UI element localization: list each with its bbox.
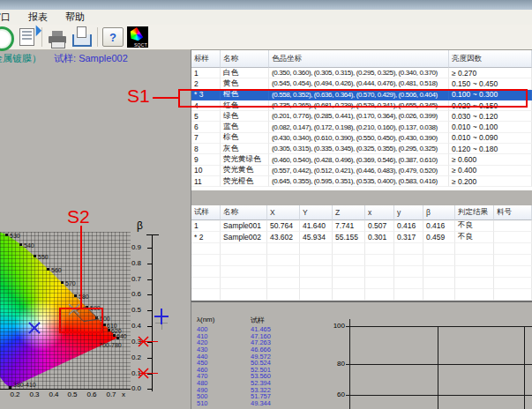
- print-preview-button[interactable]: [71, 26, 94, 48]
- spectral-row: 430 46.666: [197, 346, 311, 353]
- empty-row: [191, 243, 532, 255]
- standards-table-row[interactable]: 6 蓝色 (0.082, 0.147), (0.172, 0.198), (0.…: [191, 122, 532, 132]
- samples-table-header: 试样 名称 X Y Z x y β 判定结果 料号: [191, 205, 532, 220]
- x-tick: 0.5: [64, 390, 80, 398]
- column-header[interactable]: 判定结果: [455, 205, 494, 220]
- annotation-s1-label: S1: [127, 86, 150, 107]
- spectral-row: 490 53.322: [197, 386, 311, 393]
- column-header[interactable]: 试样: [191, 205, 221, 220]
- wavelength-column-header: λ(nm): [197, 316, 214, 323]
- title-bar[interactable]: [0, 0, 532, 10]
- x-tick: 0.2: [7, 390, 23, 398]
- menu-window[interactable]: 窗口: [0, 10, 13, 25]
- toolbar: ? SQCT: [0, 25, 532, 50]
- svg-text:570: 570: [65, 280, 76, 286]
- svg-text:540: 540: [24, 242, 34, 249]
- beta-tick: 0.6: [122, 290, 141, 298]
- svg-text:700-780: 700-780: [99, 342, 122, 348]
- empty-row: [191, 255, 532, 266]
- annotation-s2-label: S2: [67, 206, 90, 227]
- beta-axis-label: β: [137, 219, 143, 232]
- x-tick: 0.3: [26, 390, 42, 398]
- column-header[interactable]: β: [423, 205, 455, 220]
- empty-row: [191, 278, 532, 289]
- standards-table-row[interactable]: 11 荧光橙色 (0.645, 0.355), (0.595, 0.351), …: [191, 176, 532, 187]
- print-preview-icon: [72, 34, 92, 47]
- spectral-row: 400 41.465: [197, 326, 311, 333]
- svg-text:380-410: 380-410: [13, 382, 36, 388]
- beta-tick: 0.9: [122, 243, 141, 251]
- standards-table-row[interactable]: 2 黄色 (0.545, 0.454), (0.494, 0.426), (0.…: [191, 78, 532, 89]
- column-header[interactable]: X: [267, 205, 300, 220]
- sample-column-header: 试样: [251, 316, 265, 325]
- sample002-cross-mark: [29, 323, 40, 333]
- chart-gridline-80: [346, 364, 532, 365]
- column-header[interactable]: x: [365, 205, 394, 220]
- spectral-row: 460 52.501: [197, 367, 311, 374]
- help-button[interactable]: ?: [101, 26, 124, 48]
- annotation-s1-line: [153, 97, 178, 99]
- standards-table-row[interactable]: 10 荧光黄色 (0.557, 0.442), (0.512, 0.421), …: [191, 166, 532, 176]
- standards-table-row[interactable]: 1 白色 (0.350, 0.360), (0.305, 0.315), (0.…: [191, 68, 532, 78]
- sqct-logo-icon: SQCT: [127, 26, 148, 48]
- spectral-row: 510 49.344: [197, 400, 311, 407]
- spectral-row: 470 53.560: [197, 373, 311, 380]
- sqct-button[interactable]: SQCT: [126, 26, 149, 48]
- column-header[interactable]: 标样: [191, 50, 221, 68]
- document-export-icon: [19, 28, 34, 46]
- empty-row: [191, 289, 532, 301]
- column-header[interactable]: Y: [300, 205, 333, 220]
- spectral-row: 450 50.524: [197, 360, 311, 367]
- chart-gridline-100: [346, 326, 532, 327]
- column-header[interactable]: 名称: [221, 50, 269, 68]
- annotation-s2-rect: [59, 308, 103, 333]
- x-tick: 0.4: [46, 390, 62, 398]
- chart-y-tick: 60: [324, 390, 345, 398]
- report-export-button[interactable]: [15, 26, 38, 48]
- menu-help[interactable]: 帮助: [63, 10, 87, 25]
- beta-tick: 0.0: [122, 384, 141, 392]
- standards-table-header: 标样 名称 色品坐标 亮度因数: [191, 50, 532, 68]
- spectral-row: 500 51.757: [197, 393, 311, 400]
- standards-table-row[interactable]: 7 棕色 (0.430, 0.340), (0.610, 0.390), (0.…: [191, 133, 532, 144]
- samples-table-row[interactable]: * 2 Sample002 43.602 45.934 55.155 0.301…: [191, 232, 532, 243]
- standards-table-row[interactable]: 9 荧光黄绿色 (0.460, 0.540), (0.428, 0.496), …: [191, 154, 532, 165]
- samples-table-row[interactable]: 1 Sample001 50.764 41.640 7.741 0.507 0.…: [191, 220, 532, 232]
- samples-table: 试样 名称 X Y Z x y β 判定结果 料号 1 Sample001 50…: [191, 205, 532, 301]
- chart-gridline-vertical: [438, 326, 438, 409]
- chart-gridline-vertical: [524, 326, 525, 409]
- standards-table-row[interactable]: 8 灰色 (0.305, 0.315), (0.335, 0.345), (0.…: [191, 144, 532, 154]
- status-line: 金属镀膜） 试样: Sample002: [0, 52, 128, 64]
- svg-text:560: 560: [51, 267, 62, 273]
- annotation-s2-line: [80, 226, 82, 309]
- standards-table: 标样 名称 色品坐标 亮度因数 1 白色 (0.350, 0.360), (0.…: [191, 50, 532, 190]
- column-header[interactable]: 料号: [494, 205, 532, 220]
- chart-y-tick: 100: [324, 322, 345, 330]
- spectral-row: 410 47.160: [197, 333, 311, 340]
- standards-table-row[interactable]: 5 绿色 (0.201, 0.776), (0.285, 0.441), (0.…: [191, 111, 532, 122]
- column-header[interactable]: y: [394, 205, 423, 220]
- column-header[interactable]: Z: [333, 205, 365, 220]
- chart-gridline-60: [346, 395, 532, 396]
- spectral-row: 420 47.263: [197, 339, 311, 346]
- x-tick: 0.6: [84, 390, 100, 398]
- question-mark-icon: ?: [102, 27, 124, 47]
- current-sample-label: 试样: Sample002: [54, 52, 128, 64]
- column-header[interactable]: 色品坐标: [269, 50, 449, 68]
- column-header[interactable]: 亮度因数: [449, 50, 532, 68]
- beta-scale-top-bar: [146, 234, 159, 235]
- beta-tick: 0.7: [122, 275, 141, 283]
- menu-report[interactable]: 报表: [26, 10, 50, 25]
- coating-type-label: 金属镀膜）: [0, 52, 41, 64]
- beta-tick: 0.2: [122, 353, 141, 361]
- beta-tick: 0.4: [122, 322, 141, 330]
- toolbar-separator: [97, 27, 98, 47]
- spectral-row: 480 52.394: [197, 380, 311, 387]
- svg-text:550: 550: [38, 254, 49, 260]
- column-header[interactable]: 名称: [221, 205, 267, 220]
- print-button[interactable]: [46, 26, 69, 48]
- spectral-panel: λ(nm) 试样 400 41.465 410 47.160 420 47.26…: [191, 301, 532, 409]
- annotation-s1-rect: [178, 89, 528, 108]
- spectral-row: 440 49.572: [197, 353, 311, 360]
- svg-text:530: 530: [10, 233, 20, 239]
